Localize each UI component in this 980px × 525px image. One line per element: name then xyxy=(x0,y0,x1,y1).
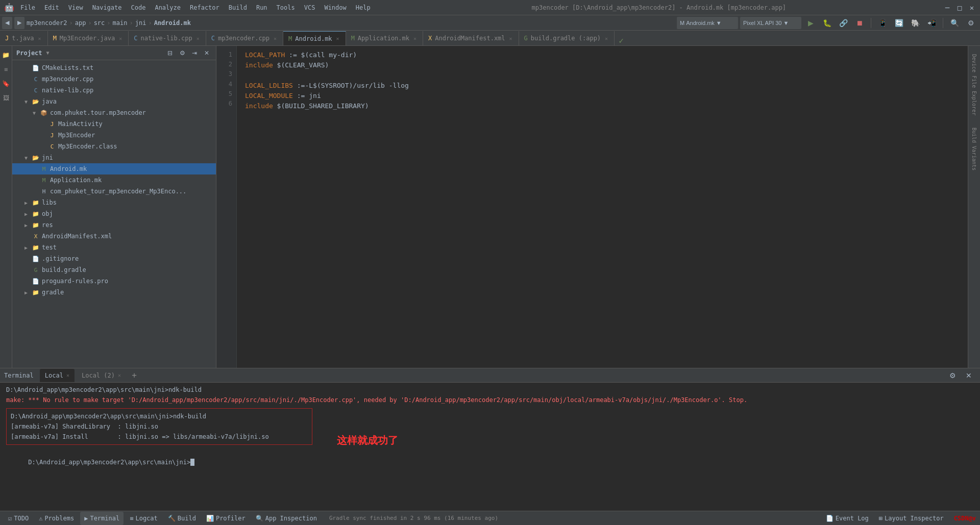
device-file-explorer-icon[interactable]: Device File Explorer xyxy=(970,50,978,119)
device-manager-btn[interactable]: 📱 xyxy=(875,16,890,30)
forward-button[interactable]: ▶ xyxy=(14,17,24,29)
breadcrumb-item-5[interactable]: jni xyxy=(135,19,146,27)
tab-mp3encoder-cpp-close[interactable]: ✕ xyxy=(273,36,278,41)
settings-panel-btn[interactable]: ⚙ xyxy=(177,48,187,58)
tab-java[interactable]: J t.java ✕ xyxy=(0,31,48,45)
menu-view[interactable]: View xyxy=(64,3,87,12)
tree-item-libs[interactable]: ▶ 📁 libs xyxy=(12,197,216,208)
gradle-sync-btn[interactable]: 🐘 xyxy=(908,16,922,30)
menu-vcs[interactable]: VCS xyxy=(300,3,320,12)
maximize-button[interactable]: □ xyxy=(955,4,964,12)
tree-item-res[interactable]: ▶ 📁 res xyxy=(12,219,216,231)
app-inspection-btn[interactable]: 🔍 App Inspection xyxy=(252,512,321,525)
tree-item-jni-header[interactable]: H com_phuket_tour_mp3encoder_Mp3Enco... xyxy=(12,186,216,197)
terminal-hide-btn[interactable]: ✕ xyxy=(962,368,976,383)
menu-tools[interactable]: Tools xyxy=(273,3,299,12)
run-button[interactable]: ▶ xyxy=(803,16,818,30)
tab-mp3encoder-cpp[interactable]: C mp3encoder.cpp ✕ xyxy=(206,31,283,45)
tree-item-jni-folder[interactable]: ▼ 📂 jni xyxy=(12,152,216,163)
tab-android-mk-close[interactable]: ✕ xyxy=(335,36,340,41)
tree-item-test[interactable]: ▶ 📁 test xyxy=(12,242,216,253)
tree-item-mainactivity[interactable]: J MainActivity xyxy=(12,118,216,130)
tab-android-mk[interactable]: M Android.mk ✕ xyxy=(283,31,346,45)
tree-item-mp3encoder-class[interactable]: J Mp3Encoder xyxy=(12,130,216,141)
tree-item-application-mk[interactable]: M Application.mk xyxy=(12,174,216,186)
tab-mp3encoder-java[interactable]: M Mp3Encoder.java ✕ xyxy=(48,31,129,45)
bookmark-icon[interactable]: 🔖 xyxy=(1,79,11,89)
tab-local-close[interactable]: ✕ xyxy=(66,372,69,378)
device-dropdown[interactable]: Pixel XL API 30 ▼ xyxy=(740,17,801,29)
attach-button[interactable]: 🔗 xyxy=(836,16,850,30)
tab-application-mk-close[interactable]: ✕ xyxy=(412,36,418,41)
tab-buildgradle-close[interactable]: ✕ xyxy=(604,36,609,41)
avd-manager-btn[interactable]: 📲 xyxy=(924,16,939,30)
tab-application-mk[interactable]: M Application.mk ✕ xyxy=(346,31,423,45)
structure-icon[interactable]: ≡ xyxy=(1,64,11,74)
menu-code[interactable]: Code xyxy=(127,3,150,12)
tree-item-cmakelists[interactable]: 📄 CMakeLists.txt xyxy=(12,62,216,73)
menu-file[interactable]: File xyxy=(16,3,39,12)
profiler-btn[interactable]: 📊 Profiler xyxy=(202,512,250,525)
tree-item-mp3encoder-classfile[interactable]: C Mp3Encoder.class xyxy=(12,141,216,152)
code-editor[interactable]: LOCAL_PATH := $(call my-dir) include $(C… xyxy=(237,46,968,368)
menu-navigate[interactable]: Navigate xyxy=(88,3,126,12)
tree-item-proguard[interactable]: 📄 proguard-rules.pro xyxy=(12,276,216,287)
tree-item-mp3encoder-cpp[interactable]: C mp3encoder.cpp xyxy=(12,73,216,85)
tab-nativelib[interactable]: C native-lib.cpp ✕ xyxy=(129,31,206,45)
sync-btn[interactable]: 🔄 xyxy=(892,16,906,30)
settings-btn[interactable]: ⚙ xyxy=(964,16,978,30)
menu-run[interactable]: Run xyxy=(252,3,272,12)
resource-manager-icon[interactable]: 🖼 xyxy=(1,93,11,103)
menu-analyze[interactable]: Analyze xyxy=(151,3,185,12)
todo-btn[interactable]: ☑ TODO xyxy=(4,512,33,525)
stop-button[interactable]: ⏹ xyxy=(852,16,867,30)
logcat-btn[interactable]: ≡ Logcat xyxy=(126,512,162,525)
tab-local2-close[interactable]: ✕ xyxy=(118,372,121,378)
breadcrumb-item-1[interactable]: mp3encoder2 xyxy=(27,19,67,27)
tree-item-gitignore[interactable]: 📄 .gitignore xyxy=(12,253,216,264)
tab-nativelib-close[interactable]: ✕ xyxy=(195,36,201,41)
tab-androidmanifest[interactable]: X AndroidManifest.xml ✕ xyxy=(423,31,519,45)
add-terminal-tab-btn[interactable]: + xyxy=(128,369,140,382)
event-log-btn[interactable]: 📄 Event Log xyxy=(822,512,873,525)
breadcrumb-item-4[interactable]: main xyxy=(113,19,128,27)
menu-build[interactable]: Build xyxy=(225,3,251,12)
tree-item-obj[interactable]: ▶ 📁 obj xyxy=(12,208,216,219)
tree-item-manifest[interactable]: X AndroidManifest.xml xyxy=(12,231,216,242)
close-button[interactable]: ✕ xyxy=(968,4,976,12)
back-button[interactable]: ◀ xyxy=(2,17,12,29)
minimize-button[interactable]: ─ xyxy=(943,4,951,12)
build-variants-icon[interactable]: Build Variants xyxy=(970,123,978,174)
tab-androidmanifest-close[interactable]: ✕ xyxy=(508,36,513,41)
build-btn[interactable]: 🔨 Build xyxy=(164,512,200,525)
menu-window[interactable]: Window xyxy=(320,3,350,12)
project-panel-icon[interactable]: 📁 xyxy=(1,50,11,60)
terminal-tab-local[interactable]: Local ✕ xyxy=(40,369,75,382)
debug-button[interactable]: 🐛 xyxy=(820,16,834,30)
tree-item-package[interactable]: ▼ 📦 com.phuket.tour.mp3encoder xyxy=(12,107,216,118)
tab-mp3encoder-java-close[interactable]: ✕ xyxy=(118,36,123,41)
search-btn[interactable]: 🔍 xyxy=(947,16,962,30)
panel-close-btn[interactable]: ✕ xyxy=(202,48,212,58)
run-config-dropdown[interactable]: M Android.mk ▼ xyxy=(677,17,738,29)
breadcrumb-item-2[interactable]: app xyxy=(75,19,86,27)
problems-btn[interactable]: ⚠ Problems xyxy=(35,512,78,525)
tree-item-java-folder[interactable]: ▼ 📂 java xyxy=(12,96,216,107)
terminal-btn[interactable]: ▶ Terminal xyxy=(80,512,124,525)
tree-item-android-mk[interactable]: M Android.mk xyxy=(12,163,216,174)
collapse-all-btn[interactable]: ⊟ xyxy=(165,48,175,58)
menu-refactor[interactable]: Refactor xyxy=(186,3,224,12)
menu-help[interactable]: Help xyxy=(352,3,375,12)
tree-item-gradle-folder[interactable]: ▶ 📁 gradle xyxy=(12,287,216,298)
terminal-settings-btn[interactable]: ⚙ xyxy=(945,368,960,383)
tab-buildgradle[interactable]: G build.gradle (:app) ✕ xyxy=(519,31,615,45)
tab-java-close[interactable]: ✕ xyxy=(37,36,42,41)
panel-dropdown-arrow[interactable]: ▼ xyxy=(46,50,50,56)
tree-item-buildgradle[interactable]: G build.gradle xyxy=(12,264,216,276)
terminal-tab-local2[interactable]: Local (2) ✕ xyxy=(77,369,126,382)
tree-item-native-lib[interactable]: C native-lib.cpp xyxy=(12,85,216,96)
layout-inspector-btn[interactable]: ⊞ Layout Inspector xyxy=(875,512,948,525)
menu-edit[interactable]: Edit xyxy=(40,3,63,12)
terminal-content[interactable]: D:\Android_app\mp3encoder2\app\src\main\… xyxy=(0,383,980,511)
scroll-to-current-btn[interactable]: ⇥ xyxy=(189,48,200,58)
